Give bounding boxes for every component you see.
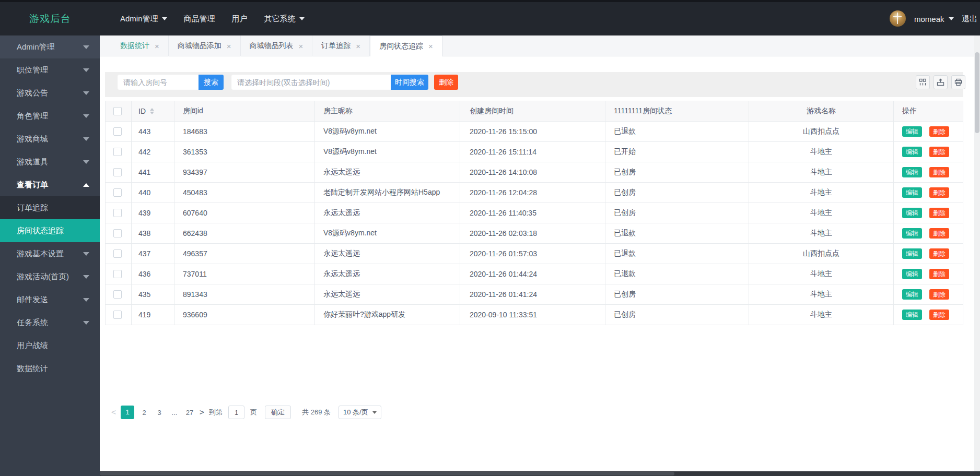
row-delete-button[interactable]: 删除 <box>929 167 949 177</box>
sidebar-item-订单追踪[interactable]: 订单追踪 <box>0 196 100 219</box>
page-ellipsis: ... <box>169 409 180 416</box>
row-checkbox[interactable] <box>113 148 122 156</box>
user-menu[interactable]: momeak <box>914 2 954 35</box>
close-icon[interactable] <box>155 42 159 50</box>
row-checkbox[interactable] <box>113 290 122 299</box>
sort-desc-icon <box>150 112 154 114</box>
sidebar-item-游戏活动(首页)[interactable]: 游戏活动(首页) <box>0 265 100 288</box>
horizontal-scrollbar-thumb[interactable] <box>100 472 674 475</box>
sidebar-item-游戏基本设置[interactable]: 游戏基本设置 <box>0 242 100 265</box>
row-checkbox[interactable] <box>113 127 122 136</box>
export-icon[interactable] <box>934 75 948 89</box>
vertical-scrollbar[interactable] <box>974 35 980 471</box>
sidebar-item-用户战绩[interactable]: 用户战绩 <box>0 334 100 357</box>
chevron-down-icon <box>83 160 89 164</box>
sidebar-item-游戏公告[interactable]: 游戏公告 <box>0 81 100 104</box>
logout-button[interactable]: 退出 <box>962 2 977 35</box>
row-delete-button[interactable]: 删除 <box>929 310 949 320</box>
row-delete-button[interactable]: 删除 <box>929 289 949 300</box>
sidebar-item-职位管理[interactable]: 职位管理 <box>0 58 100 81</box>
horizontal-scrollbar[interactable] <box>100 471 980 476</box>
edit-button[interactable]: 编辑 <box>902 310 922 320</box>
search-button[interactable]: 搜索 <box>199 75 224 90</box>
row-checkbox[interactable] <box>113 270 122 278</box>
row-checkbox[interactable] <box>113 311 122 319</box>
close-icon[interactable] <box>227 42 231 50</box>
row-delete-button[interactable]: 删除 <box>929 147 949 157</box>
chevron-down-icon <box>83 252 89 256</box>
chevron-down-icon <box>83 45 89 49</box>
room-number-input[interactable] <box>118 75 199 90</box>
confirm-button[interactable]: 确定 <box>265 406 291 419</box>
user-avatar[interactable] <box>890 10 906 27</box>
tab-商城物品列表[interactable]: 商城物品列表 <box>241 35 313 56</box>
app-logo: 游戏后台 <box>29 2 71 35</box>
row-checkbox[interactable] <box>113 229 122 237</box>
tab-房间状态追踪[interactable]: 房间状态追踪 <box>370 35 442 56</box>
column-header-id: ID <box>132 101 174 121</box>
sidebar-item-游戏商城[interactable]: 游戏商城 <box>0 127 100 150</box>
select-all-checkbox[interactable] <box>113 107 122 115</box>
prev-page-button[interactable]: < <box>111 408 116 417</box>
tab-label: 房间状态追踪 <box>379 42 423 51</box>
sidebar-item-数据统计[interactable]: 数据统计 <box>0 357 100 380</box>
row-delete-button[interactable]: 删除 <box>929 126 949 137</box>
row-checkbox[interactable] <box>113 188 122 197</box>
row-delete-button[interactable]: 删除 <box>929 228 949 239</box>
nav-menu-item-2[interactable]: 商品管理 <box>184 14 215 24</box>
nav-menu-item-1[interactable]: Admin管理 <box>120 14 167 24</box>
tab-数据统计[interactable]: 数据统计 <box>111 35 169 56</box>
nav-menu-item-4[interactable]: 其它系统 <box>264 14 305 24</box>
cell-game-name: 斗地主 <box>749 203 894 223</box>
sort-icon[interactable] <box>150 108 154 114</box>
edit-button[interactable]: 编辑 <box>902 208 922 218</box>
edit-button[interactable]: 编辑 <box>902 289 922 300</box>
cell-id: 438 <box>132 223 174 243</box>
page-button-1[interactable]: 1 <box>121 406 134 419</box>
close-icon[interactable] <box>356 42 360 50</box>
delete-button[interactable]: 删除 <box>434 75 458 90</box>
goto-page-input[interactable] <box>228 406 244 419</box>
row-delete-button[interactable]: 删除 <box>929 208 949 218</box>
tab-商城物品添加[interactable]: 商城物品添加 <box>169 35 241 56</box>
sidebar-item-邮件发送[interactable]: 邮件发送 <box>0 288 100 311</box>
row-checkbox[interactable] <box>113 249 122 258</box>
sidebar-item-label: 房间状态追踪 <box>17 226 89 236</box>
sidebar-item-游戏道具[interactable]: 游戏道具 <box>0 150 100 173</box>
edit-button[interactable]: 编辑 <box>902 126 922 137</box>
page-button-2[interactable]: 2 <box>139 409 149 416</box>
row-delete-button[interactable]: 删除 <box>929 248 949 259</box>
nav-menu-item-3[interactable]: 用户 <box>232 14 248 24</box>
edit-button[interactable]: 编辑 <box>902 228 922 239</box>
row-delete-button[interactable]: 删除 <box>929 269 949 279</box>
print-icon[interactable] <box>951 75 965 89</box>
row-checkbox[interactable] <box>113 209 122 217</box>
edit-button[interactable]: 编辑 <box>902 187 922 198</box>
vertical-scrollbar-thumb[interactable] <box>975 52 979 133</box>
sidebar-item-label: 游戏商城 <box>17 134 83 144</box>
column-header: 操作 <box>894 101 963 121</box>
tab-label: 订单追踪 <box>321 41 351 51</box>
close-icon[interactable] <box>299 42 304 50</box>
columns-icon[interactable] <box>916 75 930 89</box>
row-delete-button[interactable]: 删除 <box>929 187 949 198</box>
sidebar-item-角色管理[interactable]: 角色管理 <box>0 104 100 127</box>
cell-room-status: 已创房 <box>605 162 749 182</box>
next-page-button[interactable]: > <box>200 408 204 417</box>
page-button-3[interactable]: 3 <box>154 409 165 416</box>
tab-订单追踪[interactable]: 订单追踪 <box>312 35 370 56</box>
edit-button[interactable]: 编辑 <box>902 147 922 157</box>
sidebar-item-查看订单[interactable]: 查看订单 <box>0 173 100 196</box>
sidebar-item-房间状态追踪[interactable]: 房间状态追踪 <box>0 219 100 242</box>
edit-button[interactable]: 编辑 <box>902 269 922 279</box>
page-size-select[interactable]: 10 条/页 <box>339 406 381 419</box>
time-range-input[interactable] <box>231 75 391 90</box>
sidebar-item-任务系统[interactable]: 任务系统 <box>0 311 100 334</box>
edit-button[interactable]: 编辑 <box>902 248 922 259</box>
time-search-button[interactable]: 时间搜索 <box>391 75 428 90</box>
row-checkbox[interactable] <box>113 168 122 176</box>
edit-button[interactable]: 编辑 <box>902 167 922 177</box>
close-icon[interactable] <box>428 42 433 50</box>
sidebar-item-Admin管理[interactable]: Admin管理 <box>0 35 100 58</box>
page-button-27[interactable]: 27 <box>184 409 195 416</box>
